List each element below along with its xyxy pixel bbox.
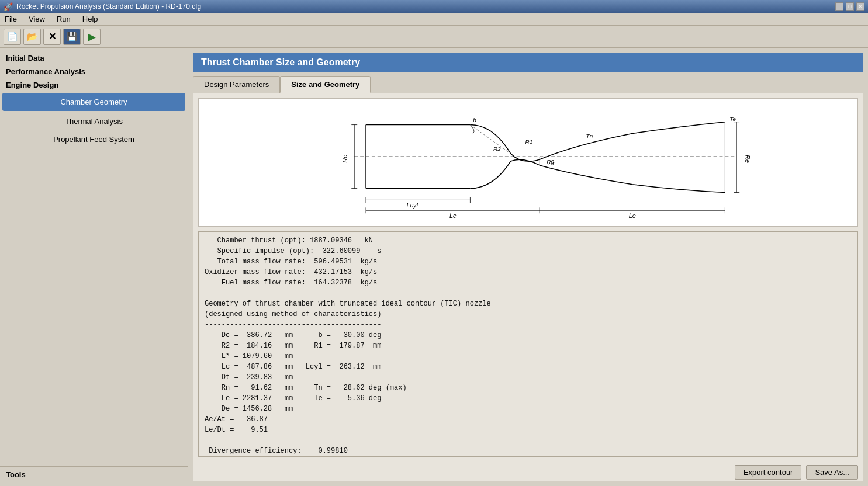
app-icon: 🚀 xyxy=(4,2,13,11)
svg-text:R2: R2 xyxy=(493,145,501,152)
close-icon: ✕ xyxy=(49,31,56,42)
chamber-diagram: Lcyl Lc Le Rc xyxy=(198,98,858,227)
sidebar-tools-section: Tools xyxy=(0,466,188,482)
svg-text:Lc: Lc xyxy=(449,212,457,219)
menu-bar: File View Run Help xyxy=(0,13,868,26)
open-icon: 📂 xyxy=(27,32,38,42)
svg-text:Re: Re xyxy=(744,155,751,163)
save-icon: 💾 xyxy=(67,32,78,42)
bottom-buttons: Export contour Save As... xyxy=(193,461,863,481)
menu-run[interactable]: Run xyxy=(54,14,73,24)
new-icon: 📄 xyxy=(7,32,18,42)
content-area: Thrust Chamber Size and Geometry Design … xyxy=(188,48,868,486)
tab-design-parameters[interactable]: Design Parameters xyxy=(193,76,280,93)
svg-text:R1: R1 xyxy=(525,138,533,145)
svg-text:Le: Le xyxy=(629,212,636,219)
run-button[interactable]: ▶ xyxy=(83,29,101,45)
title-bar-controls[interactable]: _ □ × xyxy=(835,2,864,11)
main-layout: Initial Data Performance Analysis Engine… xyxy=(0,48,868,486)
sidebar: Initial Data Performance Analysis Engine… xyxy=(0,48,188,486)
svg-text:Rc: Rc xyxy=(341,155,348,163)
close-button[interactable]: × xyxy=(856,2,864,11)
tab-size-and-geometry[interactable]: Size and Geometry xyxy=(280,76,371,93)
save-as-button[interactable]: Save As... xyxy=(806,465,858,480)
tabs-container: Design Parameters Size and Geometry xyxy=(193,76,863,93)
export-contour-button[interactable]: Export contour xyxy=(735,465,802,480)
close-file-button[interactable]: ✕ xyxy=(43,29,61,45)
svg-text:Tn: Tn xyxy=(586,133,593,139)
minimize-button[interactable]: _ xyxy=(835,2,843,11)
menu-file[interactable]: File xyxy=(2,14,19,24)
sidebar-section-initial-data[interactable]: Initial Data xyxy=(0,51,188,65)
page-title: Thrust Chamber Size and Geometry xyxy=(193,53,863,72)
save-button[interactable]: 💾 xyxy=(63,29,81,45)
text-output-container[interactable]: Chamber thrust (opt): 1887.09346 kN Spec… xyxy=(198,231,858,457)
svg-text:R0: R0 xyxy=(547,158,554,165)
sidebar-section-performance-analysis[interactable]: Performance Analysis xyxy=(0,65,188,78)
new-button[interactable]: 📄 xyxy=(4,29,21,45)
output-text: Chamber thrust (opt): 1887.09346 kN Spec… xyxy=(199,232,857,457)
title-bar-text: Rocket Propulsion Analysis (Standard Edi… xyxy=(16,2,201,11)
menu-view[interactable]: View xyxy=(26,14,47,24)
sidebar-item-chamber-geometry[interactable]: Chamber Geometry xyxy=(2,93,185,111)
tab-content-area: Lcyl Lc Le Rc xyxy=(193,93,863,481)
maximize-button[interactable]: □ xyxy=(846,2,854,11)
menu-help[interactable]: Help xyxy=(80,14,101,24)
svg-text:Lcyl: Lcyl xyxy=(407,202,419,209)
svg-text:Te: Te xyxy=(729,116,736,122)
sidebar-item-thermal-analysis[interactable]: Thermal Analysis xyxy=(0,112,188,130)
run-icon: ▶ xyxy=(88,30,96,43)
open-button[interactable]: 📂 xyxy=(23,29,41,45)
sidebar-section-engine-design[interactable]: Engine Design xyxy=(0,78,188,92)
sidebar-item-propellant-feed-system[interactable]: Propellant Feed System xyxy=(0,130,188,148)
toolbar: 📄 📂 ✕ 💾 ▶ xyxy=(0,26,868,48)
svg-text:b: b xyxy=(473,117,476,123)
geometry-svg: Lcyl Lc Le Rc xyxy=(199,99,857,226)
title-bar: 🚀 Rocket Propulsion Analysis (Standard E… xyxy=(0,0,868,13)
